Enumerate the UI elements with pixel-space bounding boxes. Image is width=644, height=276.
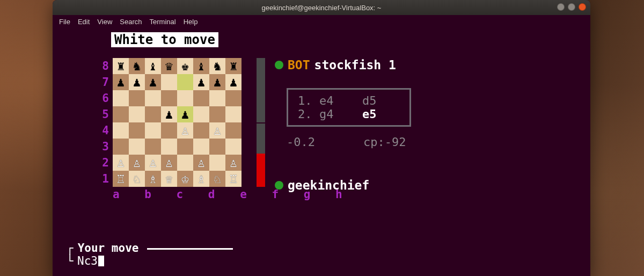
board-square: ♚ (177, 58, 193, 74)
board-square: ♙ (193, 155, 209, 171)
chess-piece-icon: ♕ (165, 172, 173, 185)
board-square: ♘ (129, 171, 145, 187)
move-input[interactable]: Nc3 (77, 255, 98, 267)
chess-piece-icon: ♖ (117, 172, 125, 185)
chess-piece-icon: ♗ (149, 172, 157, 185)
move-number: 2. (298, 107, 314, 121)
move-row: 1.e4d5 (298, 94, 400, 107)
board-square: ♞ (209, 58, 225, 74)
chess-piece-icon: ♔ (181, 172, 189, 185)
board-square: ♜ (225, 58, 241, 74)
board-square (129, 106, 145, 122)
board-square: ♟ (145, 74, 161, 90)
board-square (113, 122, 129, 139)
chess-piece-icon: ♘ (133, 172, 141, 185)
online-dot-icon (275, 61, 283, 69)
menu-file[interactable]: File (59, 18, 70, 26)
eval-cp: cp:-92 (363, 135, 406, 149)
board-square: ♞ (129, 58, 145, 74)
chess-piece-icon: ♘ (214, 172, 221, 185)
chess-piece-icon: ♙ (133, 156, 141, 169)
chess-piece-icon: ♚ (181, 60, 189, 72)
menu-search[interactable]: Search (120, 18, 142, 26)
maximize-button[interactable] (568, 3, 575, 11)
chess-piece-icon: ♗ (197, 172, 205, 185)
board-square (145, 139, 161, 155)
board-square: ♖ (225, 171, 241, 187)
move-number: 1. (298, 94, 314, 107)
board-square: ♔ (177, 171, 193, 187)
board-square: ♝ (145, 58, 161, 74)
rank-label: 6 (101, 90, 109, 106)
prompt-label: Your move (74, 242, 143, 255)
board-square (193, 90, 209, 106)
terminal-body[interactable]: White to move 87654321 ♜♞♝♛♚♝♞♜♟♟♟♟♟♟♟♟♙… (53, 28, 590, 276)
board-square (145, 122, 161, 139)
rank-label: 3 (101, 139, 109, 155)
board-square: ♙ (161, 155, 177, 171)
chess-piece-icon: ♙ (165, 156, 173, 169)
menu-help[interactable]: Help (184, 18, 198, 26)
chess-piece-icon: ♟ (230, 76, 237, 89)
box-corner-icon: └ (67, 255, 77, 267)
chess-piece-icon: ♟ (165, 108, 173, 121)
minimize-button[interactable] (557, 3, 565, 11)
board-square (225, 106, 241, 122)
board-square (113, 139, 129, 155)
board-square: ♟ (113, 74, 129, 90)
white-move: g4 (319, 107, 357, 121)
board-square (161, 122, 177, 139)
board-square (145, 106, 161, 122)
menubar: File Edit View Search Terminal Help (53, 15, 590, 28)
menu-edit[interactable]: Edit (78, 18, 90, 26)
board-square (177, 139, 193, 155)
board-square: ♟ (177, 106, 193, 122)
board-square: ♟ (209, 74, 225, 90)
chess-board: ♜♞♝♛♚♝♞♜♟♟♟♟♟♟♟♟♙♙♙♙♙♙♙♙♖♘♗♕♔♗♘♖ (113, 58, 241, 187)
black-move: e5 (362, 107, 400, 121)
chess-piece-icon: ♟ (117, 76, 125, 89)
board-square: ♘ (209, 171, 225, 187)
moves-box: 1.e4d52.g4e5 (287, 88, 411, 127)
board-square (209, 106, 225, 122)
chess-piece-icon: ♙ (117, 156, 125, 169)
prompt-area: ┌ Your move └ Nc3 (67, 242, 233, 267)
online-dot-icon (275, 181, 283, 190)
white-move: e4 (319, 94, 357, 107)
chess-piece-icon: ♙ (149, 156, 157, 169)
board-square: ♗ (193, 171, 209, 187)
chess-piece-icon: ♝ (149, 60, 157, 72)
titlebar[interactable]: geekinchief@geekinchief-VirtualBox: ~ (53, 0, 590, 15)
chess-piece-icon: ♖ (230, 172, 237, 185)
menu-view[interactable]: View (97, 18, 112, 26)
board-square (129, 90, 145, 106)
board-square: ♟ (161, 106, 177, 122)
rank-label: 7 (101, 74, 109, 90)
cursor-icon (98, 256, 104, 266)
board-square (209, 139, 225, 155)
bottom-player-name: geekinchief (288, 178, 369, 192)
board-square: ♙ (129, 155, 145, 171)
board-square (193, 122, 209, 139)
board-square (177, 155, 193, 171)
rank-label: 8 (101, 58, 109, 74)
rank-label: 4 (101, 122, 109, 139)
rank-labels: 87654321 (101, 58, 109, 187)
info-area: BOT stockfish 1 1.e4d52.g4e5 -0.2 cp:-92 (275, 58, 411, 149)
board-square: ♟ (129, 74, 145, 90)
board-square (209, 155, 225, 171)
move-row: 2.g4e5 (298, 107, 400, 121)
chess-piece-icon: ♟ (214, 76, 221, 89)
top-player-name: stockfish 1 (314, 58, 396, 72)
menu-terminal[interactable]: Terminal (150, 18, 176, 26)
close-button[interactable] (579, 3, 586, 11)
board-square (161, 90, 177, 106)
chess-piece-icon: ♜ (117, 60, 125, 72)
board-square (129, 139, 145, 155)
eval-human: -0.2 (287, 135, 315, 149)
chess-piece-icon: ♙ (181, 124, 189, 137)
chess-piece-icon: ♛ (165, 60, 173, 72)
board-square: ♙ (145, 155, 161, 171)
box-line-icon (147, 248, 233, 250)
chess-piece-icon: ♟ (133, 76, 141, 89)
